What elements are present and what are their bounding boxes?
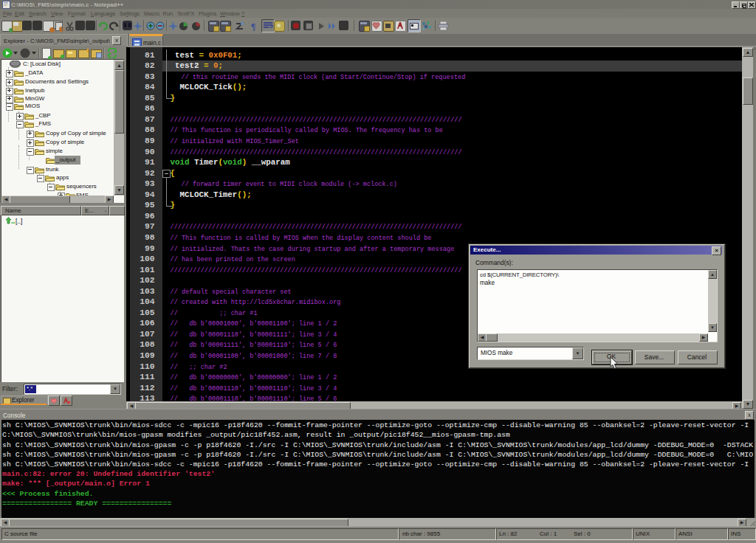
svg-text:¶: ¶ xyxy=(251,21,255,31)
